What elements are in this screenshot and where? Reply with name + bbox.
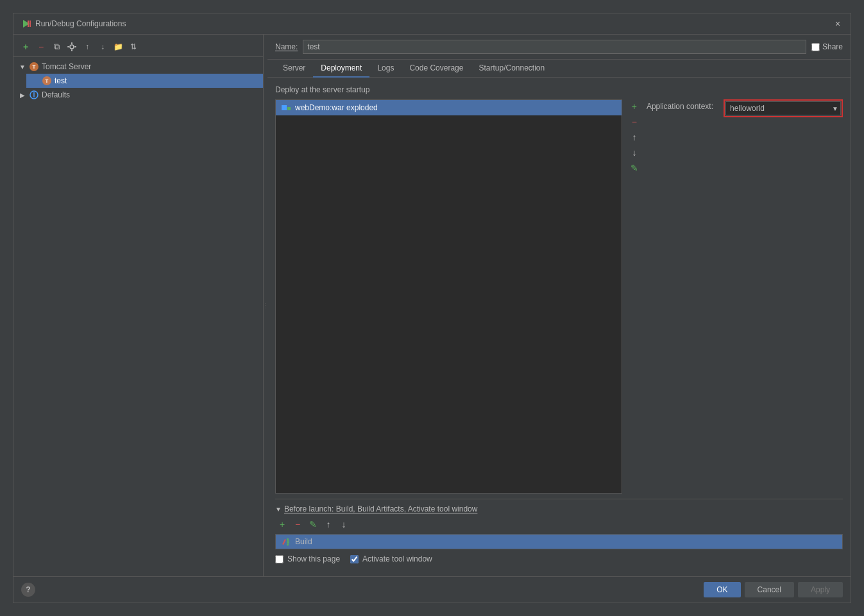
svg-text:T: T <box>33 64 36 70</box>
ok-button[interactable]: OK <box>704 582 740 597</box>
help-button[interactable]: ? <box>21 583 35 597</box>
sidebar-toolbar: + − ⧉ ↑ <box>13 37 263 57</box>
svg-rect-18 <box>287 544 289 545</box>
remove-config-button[interactable]: − <box>34 40 48 54</box>
svg-rect-7 <box>74 46 76 47</box>
move-down-button[interactable]: ↓ <box>96 40 110 54</box>
tab-startup-connection[interactable]: Startup/Connection <box>471 60 552 78</box>
add-config-button[interactable]: + <box>19 40 33 54</box>
move-up-button[interactable]: ↑ <box>80 40 94 54</box>
app-context-dropdown-wrapper: helloworld / /helloworld ▼ <box>724 99 843 117</box>
before-launch-collapse-button[interactable]: ▼ <box>275 506 282 513</box>
settings-button[interactable] <box>65 40 79 54</box>
name-bar: Name: Share <box>267 35 851 60</box>
run-icon <box>21 19 31 29</box>
footer-buttons: OK Cancel Apply <box>704 582 843 597</box>
remove-before-launch-button[interactable]: − <box>291 517 305 531</box>
show-page-checkbox-item: Show this page <box>275 554 340 563</box>
app-context-panel: Application context: helloworld / /hello… <box>647 99 843 494</box>
apply-button[interactable]: Apply <box>798 582 843 597</box>
tab-server[interactable]: Server <box>275 60 313 78</box>
deploy-section: Deploy at the server startup <box>275 85 843 494</box>
before-launch-list: Build <box>275 534 843 549</box>
name-input[interactable] <box>303 40 806 54</box>
share-checkbox-container: Share <box>811 42 843 51</box>
tab-code-coverage[interactable]: Code Coverage <box>402 60 471 78</box>
close-button[interactable]: × <box>833 19 843 29</box>
svg-rect-15 <box>287 538 289 540</box>
run-debug-dialog: Run/Debug Configurations × + − ⧉ <box>13 13 851 603</box>
build-item-label: Build <box>295 537 312 546</box>
config-tree: ▼ T Tomcat Server ▶ <box>13 57 263 104</box>
edit-artifact-button[interactable]: ✎ <box>627 161 641 175</box>
move-artifact-up-button[interactable]: ↑ <box>627 130 641 144</box>
tab-deployment[interactable]: Deployment <box>313 60 369 78</box>
deploy-action-buttons: + − ↑ ↓ ✎ <box>627 99 641 494</box>
before-launch-header: ▼ Before launch: Build, Build Artifacts,… <box>275 504 843 513</box>
activate-window-checkbox-item: Activate tool window <box>350 554 432 563</box>
title-bar-left: Run/Debug Configurations <box>21 19 126 29</box>
share-label: Share <box>822 42 843 51</box>
deployment-content: Deploy at the server startup <box>267 78 851 576</box>
dialog-footer: ? OK Cancel Apply <box>13 576 851 603</box>
war-artifact-icon <box>281 103 291 113</box>
window-title: Run/Debug Configurations <box>35 19 126 28</box>
show-page-checkbox[interactable] <box>275 555 284 563</box>
build-icon <box>281 537 291 547</box>
footer-checkboxes: Show this page Activate tool window <box>275 549 843 569</box>
defaults-item[interactable]: ▶ Defaults <box>13 88 263 102</box>
app-context-dropdown[interactable]: helloworld / /helloworld <box>725 101 841 115</box>
deploy-body: webDemo:war exploded + − <box>275 99 843 494</box>
build-item[interactable]: Build <box>276 535 842 549</box>
activate-window-checkbox[interactable] <box>350 555 359 563</box>
cancel-button[interactable]: Cancel <box>745 582 794 597</box>
svg-text:T: T <box>46 78 49 84</box>
defaults-icon <box>29 90 39 100</box>
move-before-launch-down-button[interactable]: ↓ <box>337 517 351 531</box>
show-page-label: Show this page <box>287 554 340 563</box>
svg-rect-4 <box>71 42 72 44</box>
move-artifact-down-button[interactable]: ↓ <box>627 146 641 160</box>
deploy-section-label: Deploy at the server startup <box>275 85 843 94</box>
deploy-item-war[interactable]: webDemo:war exploded <box>276 100 622 115</box>
expand-arrow-down: ▼ <box>19 63 26 71</box>
svg-rect-16 <box>287 540 289 542</box>
tomcat-server-label: Tomcat Server <box>42 62 91 71</box>
sort-button[interactable]: ⇅ <box>126 40 140 54</box>
gear-icon <box>67 42 76 51</box>
deploy-item-label: webDemo:war exploded <box>295 103 378 112</box>
copy-config-button[interactable]: ⧉ <box>49 40 64 54</box>
before-launch-toolbar: + − ✎ ↑ ↓ <box>275 517 843 531</box>
tab-logs[interactable]: Logs <box>369 60 402 78</box>
svg-rect-6 <box>67 46 69 47</box>
app-context-label: Application context: <box>647 99 713 111</box>
share-checkbox[interactable] <box>811 43 820 51</box>
remove-artifact-button[interactable]: − <box>627 115 641 129</box>
defaults-label: Defaults <box>42 90 70 99</box>
tomcat-icon: T <box>29 62 39 72</box>
test-config-label: test <box>55 76 67 85</box>
tomcat-server-group[interactable]: ▼ T Tomcat Server <box>13 60 263 74</box>
add-before-launch-button[interactable]: + <box>275 517 289 531</box>
name-field-label: Name: <box>275 42 298 51</box>
test-config-icon: T <box>42 76 52 86</box>
move-before-launch-up-button[interactable]: ↑ <box>321 517 335 531</box>
app-context-row: Application context: helloworld / /hello… <box>647 99 843 117</box>
svg-rect-5 <box>71 49 72 51</box>
footer-left: ? <box>21 583 35 597</box>
deploy-list: webDemo:war exploded <box>275 99 622 494</box>
add-artifact-button[interactable]: + <box>627 99 641 113</box>
content-panel: Name: Share Server Deployment Logs Code … <box>267 35 851 576</box>
tomcat-children: ▶ T test <box>13 74 263 88</box>
dialog-body: + − ⧉ ↑ <box>13 35 851 576</box>
edit-before-launch-button[interactable]: ✎ <box>306 517 320 531</box>
svg-rect-1 <box>28 21 29 27</box>
test-config-item[interactable]: ▶ T test <box>26 74 263 88</box>
svg-rect-2 <box>30 21 31 27</box>
expand-arrow-right: ▶ <box>19 91 26 99</box>
folder-button[interactable]: 📁 <box>111 40 125 54</box>
before-launch-label: Before launch: Build, Build Artifacts, A… <box>284 504 478 513</box>
svg-point-3 <box>70 45 74 49</box>
tabs-bar: Server Deployment Logs Code Coverage Sta… <box>267 60 851 78</box>
activate-window-label: Activate tool window <box>362 554 432 563</box>
